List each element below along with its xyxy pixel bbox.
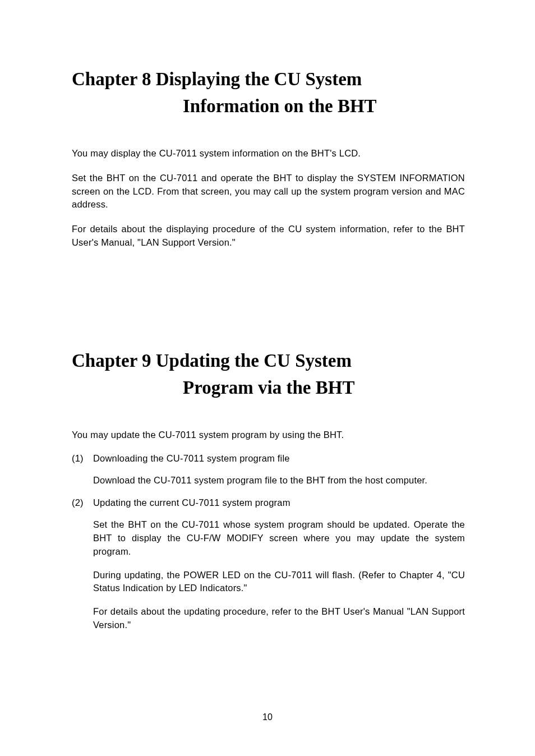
list-item-1-number: (1) [72, 453, 93, 464]
list-item-1-body-1: Download the CU-7011 system program file… [93, 474, 465, 487]
numbered-list: (1) Downloading the CU-7011 system progr… [72, 453, 465, 632]
page-content: Chapter 8 Displaying the CU System Infor… [0, 0, 535, 632]
chapter-8-para-3: For details about the displaying procedu… [72, 223, 465, 250]
chapter-8-para-1: You may display the CU-7011 system infor… [72, 147, 465, 160]
chapter-9-title-line1: Chapter 9 Updating the CU System [72, 348, 465, 375]
page-number: 10 [0, 712, 535, 722]
list-item-2-body-2: During updating, the POWER LED on the CU… [93, 569, 465, 596]
list-item-2: (2) Updating the current CU-7011 system … [72, 497, 465, 508]
chapter-9-intro: You may update the CU-7011 system progra… [72, 428, 465, 442]
chapter-9-title: Chapter 9 Updating the CU System Program… [72, 348, 465, 402]
list-item-2-title: Updating the current CU-7011 system prog… [93, 497, 290, 508]
list-item-2-body-1: Set the BHT on the CU-7011 whose system … [93, 518, 465, 559]
list-item-2-body-3: For details about the updating procedure… [93, 605, 465, 632]
list-item-1-title: Downloading the CU-7011 system program f… [93, 453, 290, 464]
list-item-1: (1) Downloading the CU-7011 system progr… [72, 453, 465, 464]
chapter-8-title-line2: Information on the BHT [72, 93, 465, 120]
section-gap [72, 261, 465, 348]
chapter-9-title-line2: Program via the BHT [72, 375, 465, 402]
chapter-8-para-2: Set the BHT on the CU-7011 and operate t… [72, 172, 465, 212]
chapter-8-title-line1: Chapter 8 Displaying the CU System [72, 66, 465, 93]
list-item-2-number: (2) [72, 497, 93, 508]
chapter-8-title: Chapter 8 Displaying the CU System Infor… [72, 66, 465, 120]
